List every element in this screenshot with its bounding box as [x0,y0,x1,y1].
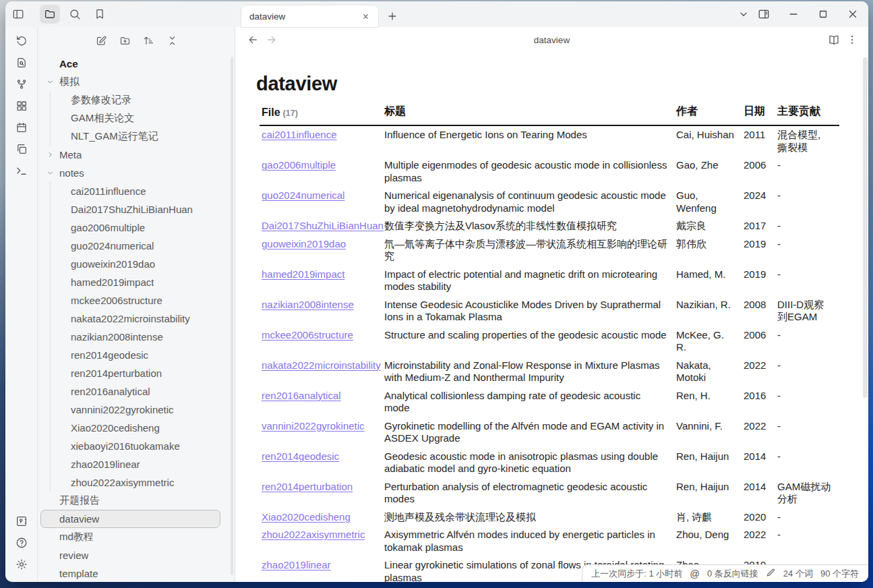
tree-folder[interactable]: Meta [40,146,220,164]
cell-contribution: - [777,357,839,387]
toggle-right-sidebar-button[interactable] [754,5,774,24]
table-row: hamed2019impactImpact of electric potent… [260,266,839,296]
tree-file[interactable]: template [40,564,220,582]
note-link[interactable]: Dai2017ShuZhiLiBianHuan [262,220,384,231]
column-header-date: 日期 [744,103,777,125]
note-link[interactable]: Xiao2020cedisheng [262,511,351,523]
tree-file[interactable]: ren2014geodesic [40,346,220,364]
graph-view-button[interactable] [12,75,31,94]
new-tab-button[interactable] [383,7,402,26]
toggle-left-sidebar-button[interactable] [9,5,28,24]
new-note-button[interactable] [92,32,110,50]
sort-order-button[interactable] [140,32,157,50]
back-button[interactable] [244,31,262,49]
help-button[interactable] [12,533,31,552]
folder-plus-icon [119,35,131,47]
cell-author: 戴宗良 [676,217,744,235]
tree-file[interactable]: 参数修改记录 [40,91,220,109]
cell-title: Intense Geodesic Acousticlike Modes Driv… [384,296,676,326]
backlinks-count[interactable]: 0 条反向链接 [707,568,758,580]
search-tab-button[interactable] [65,5,85,24]
tree-file[interactable]: GAM相关论文 [40,109,220,127]
tree-file[interactable]: vannini2022gyrokinetic [40,401,220,419]
note-search-button[interactable] [12,53,31,72]
reading-mode-button[interactable] [825,31,843,49]
tab-title: dataview [249,11,358,22]
cell-date: 2022 [744,357,777,387]
tab-dataview[interactable]: dataview [241,5,378,27]
tree-file[interactable]: gao2006multiple [40,218,220,237]
cell-contribution: 混合模型, 撕裂模 [777,125,839,156]
note-link[interactable]: mckee2006structure [262,329,353,341]
sync-history-button[interactable] [12,32,31,51]
cell-title: 测地声模及残余带状流理论及模拟 [384,508,676,527]
tree-file[interactable]: cai2011influence [40,182,220,200]
tree-item-label: notes [59,167,84,179]
cell-file: ren2016analytical [260,387,384,417]
tree-folder[interactable]: 模拟 [40,73,220,91]
terminal-icon [16,165,28,177]
cell-file: nakata2022microinstability [260,357,384,387]
tree-file[interactable]: mckee2006structure [40,291,220,310]
tree-file[interactable]: zhou2022axisymmetric [40,473,220,492]
tree-folder[interactable]: notes [40,164,220,182]
forward-button[interactable] [263,31,280,49]
table-row: mckee2006structureStructure and scaling … [260,326,839,357]
terminal-button[interactable] [12,161,31,180]
cell-date: 2019 [744,266,777,296]
vault-switcher-button[interactable] [12,512,31,531]
collapse-all-button[interactable] [163,32,181,50]
insert-template-button[interactable] [12,140,31,158]
tree-file[interactable]: xiebaoyi2016tuokamake [40,437,220,455]
tab-list-button[interactable] [733,5,754,24]
tree-file[interactable]: hamed2019impact [40,273,220,291]
tab-close-button[interactable] [358,9,373,24]
note-link[interactable]: cai2011influence [262,129,336,140]
note-link[interactable]: nakata2022microinstability [262,359,381,371]
cell-file: mckee2006structure [260,326,384,357]
tree-file[interactable]: ren2014perturbation [40,364,220,382]
tree-file[interactable]: zhao2019linear [40,455,220,473]
close-window-button[interactable] [843,5,863,24]
note-link[interactable]: gao2006multiple [262,159,336,171]
canvas-button[interactable] [12,96,31,115]
vault-name[interactable]: Ace [40,55,220,73]
note-link[interactable]: ren2016analytical [262,390,341,401]
tree-file[interactable]: 开题报告 [40,492,220,510]
new-folder-button[interactable] [116,32,133,50]
note-link[interactable]: hamed2019impact [262,268,344,280]
cell-title: Numerical eigenanalysis of continuum geo… [384,187,676,217]
settings-button[interactable] [12,555,31,574]
tree-file[interactable]: md教程 [40,528,220,546]
collapse-all-icon [167,35,178,47]
tree-file[interactable]: NLT_GAM运行笔记 [40,127,220,146]
minimize-button[interactable] [783,5,804,24]
maximize-button[interactable] [813,5,833,24]
tree-file[interactable]: guo2024numerical [40,237,220,255]
tree-file[interactable]: dataview [40,510,220,528]
tree-item-label: 开题报告 [59,494,100,507]
tree-file[interactable]: Xiao2020cedisheng [40,419,220,437]
note-link[interactable]: nazikian2008intense [262,299,354,310]
daily-note-button[interactable] [12,118,31,137]
sidebar-scrollbar[interactable] [231,57,233,575]
tree-file[interactable]: ren2016analytical [40,382,220,401]
tree-file[interactable]: Dai2017ShuZhiLiBianHuan [40,200,220,218]
tree-file[interactable]: nazikian2008intense [40,328,220,346]
note-link[interactable]: vannini2022gyrokinetic [262,420,365,432]
tree-file[interactable]: guoweixin2019dao [40,255,220,273]
tree-file[interactable]: nakata2022microinstability [40,310,220,328]
files-tab-button[interactable] [40,5,60,24]
note-link[interactable]: zhou2022axisymmetric [262,529,365,540]
note-link[interactable]: guo2024numerical [262,189,344,201]
tree-file[interactable]: review [40,546,220,564]
bookmarks-tab-button[interactable] [90,5,110,24]
note-link[interactable]: ren2014perturbation [262,481,353,492]
cell-author: 郭伟欣 [676,235,744,266]
note-link[interactable]: guoweixin2019dao [262,238,346,249]
tree-item-label: ren2014geodesic [71,349,148,361]
main-scrollbar[interactable] [863,57,868,398]
more-options-button[interactable] [843,31,861,49]
note-link[interactable]: ren2014geodesic [262,450,339,462]
note-link[interactable]: zhao2019linear [262,559,331,570]
